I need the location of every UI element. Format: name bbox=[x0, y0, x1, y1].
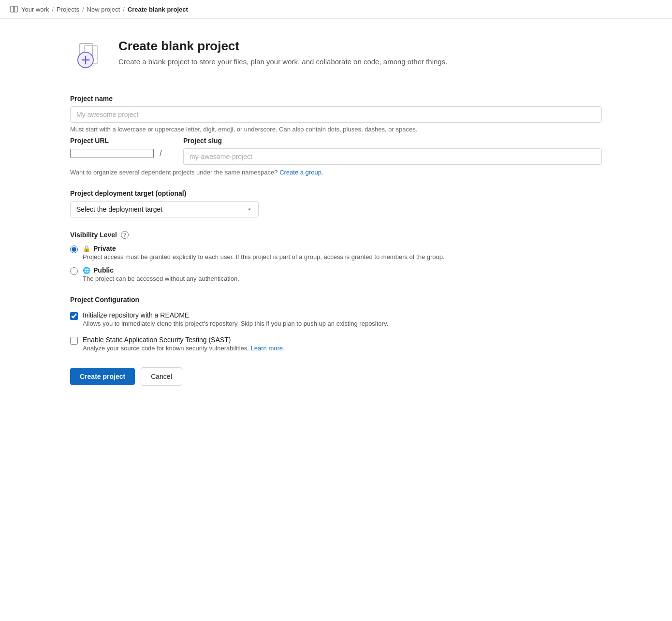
breadcrumb: Your work / Projects / New project / Cre… bbox=[0, 0, 672, 19]
radio-public-desc: The project can be accessed without any … bbox=[83, 275, 239, 282]
sidebar-toggle-icon[interactable] bbox=[10, 5, 18, 14]
create-project-button[interactable]: Create project bbox=[70, 368, 135, 385]
lock-icon: 🔒 bbox=[83, 245, 90, 252]
url-slug-row: Project URL https://gitlab.com/fiveop-te… bbox=[70, 137, 602, 165]
breadcrumb-sep-2: / bbox=[82, 6, 84, 13]
page-title: Create blank project bbox=[118, 39, 447, 54]
header-text: Create blank project Create a blank proj… bbox=[118, 39, 447, 66]
breadcrumb-your-work[interactable]: Your work bbox=[21, 6, 49, 13]
checkbox-sast-content: Enable Static Application Security Testi… bbox=[83, 336, 285, 352]
project-url-input[interactable]: https://gitlab.com/fiveop-test/ bbox=[70, 149, 154, 158]
breadcrumb-current: Create blank project bbox=[128, 6, 188, 13]
deployment-label: Project deployment target (optional) bbox=[70, 189, 602, 197]
svg-rect-0 bbox=[11, 6, 14, 12]
main-content: Create blank project Create a blank proj… bbox=[60, 19, 612, 415]
url-wrapper: https://gitlab.com/fiveop-test/ / bbox=[70, 148, 164, 159]
breadcrumb-new-project[interactable]: New project bbox=[87, 6, 120, 13]
project-config-section: Project Configuration Initialize reposit… bbox=[70, 296, 602, 352]
radio-public[interactable] bbox=[70, 267, 78, 275]
project-icon bbox=[70, 39, 109, 77]
deployment-section: Project deployment target (optional) Sel… bbox=[70, 189, 602, 217]
project-slug-input[interactable] bbox=[183, 148, 602, 165]
namespace-hint: Want to organize several dependent proje… bbox=[70, 169, 602, 176]
checkbox-sast-desc: Analyze your source code for known secur… bbox=[83, 345, 285, 352]
visibility-section: Visibility Level ? 🔒 Private Project acc… bbox=[70, 231, 602, 282]
checkbox-readme[interactable] bbox=[70, 312, 78, 320]
page-description: Create a blank project to store your fil… bbox=[118, 58, 447, 66]
breadcrumb-sep-3: / bbox=[123, 6, 125, 13]
checkbox-readme-desc: Allows you to immediately clone this pro… bbox=[83, 320, 388, 327]
checkbox-option-readme: Initialize repository with a README Allo… bbox=[70, 311, 602, 327]
action-buttons: Create project Cancel bbox=[70, 367, 602, 386]
url-group: Project URL https://gitlab.com/fiveop-te… bbox=[70, 137, 164, 162]
radio-option-public: 🌐 Public The project can be accessed wit… bbox=[70, 266, 602, 282]
sast-learn-more-link[interactable]: Learn more. bbox=[251, 345, 285, 352]
cancel-button[interactable]: Cancel bbox=[141, 367, 182, 386]
radio-private-title: 🔒 Private bbox=[83, 245, 445, 252]
breadcrumb-projects[interactable]: Projects bbox=[57, 6, 79, 13]
project-name-label: Project name bbox=[70, 95, 602, 102]
radio-private-content: 🔒 Private Project access must be granted… bbox=[83, 245, 445, 260]
radio-option-private: 🔒 Private Project access must be granted… bbox=[70, 245, 602, 260]
checkbox-sast-title: Enable Static Application Security Testi… bbox=[83, 336, 285, 344]
radio-private[interactable] bbox=[70, 246, 78, 253]
config-title: Project Configuration bbox=[70, 296, 602, 303]
url-slug-section: Project URL https://gitlab.com/fiveop-te… bbox=[70, 137, 602, 176]
project-url-label: Project URL bbox=[70, 137, 164, 144]
radio-public-content: 🌐 Public The project can be accessed wit… bbox=[83, 266, 239, 282]
project-name-input[interactable] bbox=[70, 106, 602, 123]
create-group-link[interactable]: Create a group. bbox=[279, 169, 323, 176]
checkbox-sast[interactable] bbox=[70, 337, 78, 345]
visibility-label-row: Visibility Level ? bbox=[70, 231, 602, 239]
checkbox-readme-title: Initialize repository with a README bbox=[83, 311, 388, 319]
deployment-select[interactable]: Select the deployment target bbox=[70, 201, 259, 217]
project-slug-label: Project slug bbox=[183, 137, 602, 144]
globe-icon: 🌐 bbox=[83, 267, 90, 274]
checkbox-option-sast: Enable Static Application Security Testi… bbox=[70, 336, 602, 352]
svg-rect-1 bbox=[15, 6, 17, 12]
visibility-label: Visibility Level bbox=[70, 231, 117, 239]
radio-public-title: 🌐 Public bbox=[83, 266, 239, 274]
radio-public-label: Public bbox=[93, 266, 114, 274]
project-name-section: Project name Must start with a lowercase… bbox=[70, 95, 602, 133]
breadcrumb-sep-1: / bbox=[52, 6, 54, 13]
visibility-help-icon[interactable]: ? bbox=[121, 231, 129, 239]
checkbox-readme-content: Initialize repository with a README Allo… bbox=[83, 311, 388, 327]
slug-group: Project slug bbox=[183, 137, 602, 165]
project-name-hint: Must start with a lowercase or uppercase… bbox=[70, 126, 602, 133]
radio-private-label: Private bbox=[93, 245, 116, 252]
page-header: Create blank project Create a blank proj… bbox=[70, 39, 602, 77]
url-separator: / bbox=[160, 148, 162, 159]
radio-private-desc: Project access must be granted explicitl… bbox=[83, 253, 445, 260]
